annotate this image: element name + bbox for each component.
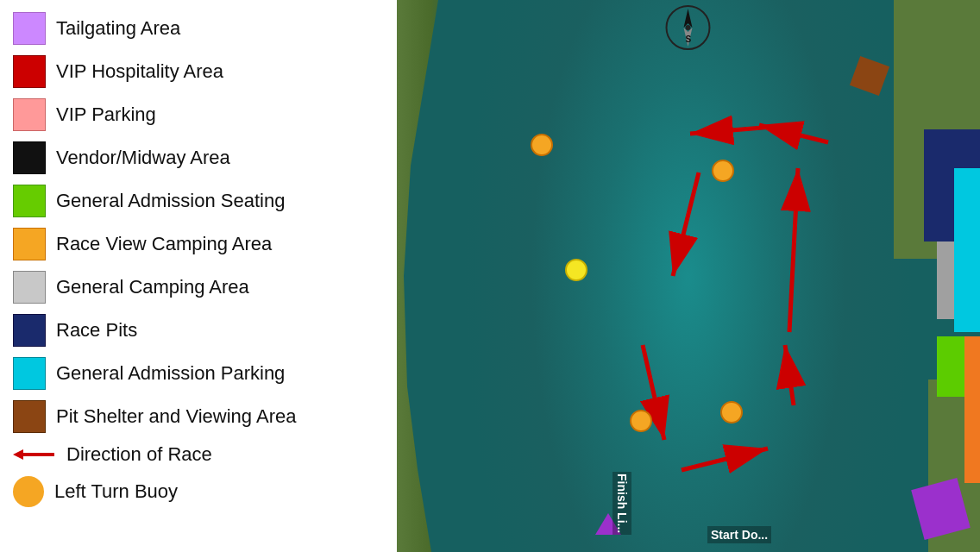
legend-item-direction: Direction of Race [13, 440, 384, 469]
legend-item-race-pits: Race Pits [13, 310, 384, 350]
buoy-yellow-center [565, 259, 587, 281]
vendor-midway-swatch [13, 141, 46, 174]
legend-item-tailgating: Tailgating Area [13, 9, 384, 48]
vendor-midway-label: Vendor/Midway Area [56, 147, 230, 169]
ga-parking-swatch [13, 357, 46, 390]
buoy-label: Left Turn Buoy [54, 480, 178, 503]
buoy-middle-left [630, 410, 652, 432]
legend-item-pit-shelter: Pit Shelter and Viewing Area [13, 397, 384, 436]
legend-item-ga-parking: General Admission Parking [13, 354, 384, 393]
finish-line-label: Finish Li... [612, 472, 631, 535]
map-panel: S Finish Li... [397, 0, 980, 552]
svg-line-13 [682, 448, 768, 470]
legend-item-race-view-camping: Race View Camping Area [13, 224, 384, 264]
svg-line-9 [759, 125, 828, 142]
legend-item-buoy: Left Turn Buoy [13, 473, 384, 511]
svg-line-14 [785, 345, 794, 405]
start-dock-label: Start Do... [707, 526, 771, 543]
legend-item-vip-parking: VIP Parking [13, 95, 384, 135]
race-pits-label: Race Pits [56, 319, 137, 342]
ga-seating-swatch [13, 185, 46, 217]
legend-item-ga-seating: General Admission Seating [13, 181, 384, 221]
buoy-top-left [531, 134, 553, 156]
legend-item-vip-hospitality: VIP Hospitality Area [13, 52, 384, 91]
direction-label: Direction of Race [66, 443, 212, 466]
svg-line-11 [673, 172, 699, 276]
ga-seating-label: General Admission Seating [56, 190, 285, 212]
tailgating-label: Tailgating Area [56, 17, 180, 40]
vip-parking-label: VIP Parking [56, 104, 156, 126]
race-view-camping-label: Race View Camping Area [56, 233, 272, 255]
buoy-top-right [712, 160, 734, 182]
svg-line-10 [789, 168, 798, 332]
vip-hospitality-swatch [13, 55, 46, 88]
race-track-arrows [397, 0, 980, 552]
race-pits-swatch [13, 314, 46, 347]
general-camping-swatch [13, 271, 46, 304]
race-view-camping-swatch [13, 228, 46, 260]
buoy-icon [13, 476, 44, 507]
vip-parking-swatch [13, 98, 46, 131]
tailgating-swatch [13, 12, 46, 45]
legend-panel: Tailgating Area VIP Hospitality Area VIP… [0, 0, 397, 552]
svg-marker-1 [13, 449, 23, 460]
buoy-bottom-right [720, 401, 743, 423]
pit-shelter-swatch [13, 400, 46, 433]
direction-arrow-icon [13, 446, 56, 463]
legend-item-vendor-midway: Vendor/Midway Area [13, 138, 384, 178]
ga-parking-label: General Admission Parking [56, 362, 285, 385]
pit-shelter-label: Pit Shelter and Viewing Area [56, 405, 296, 428]
general-camping-label: General Camping Area [56, 276, 249, 298]
vip-hospitality-label: VIP Hospitality Area [56, 60, 223, 83]
legend-item-general-camping: General Camping Area [13, 267, 384, 307]
